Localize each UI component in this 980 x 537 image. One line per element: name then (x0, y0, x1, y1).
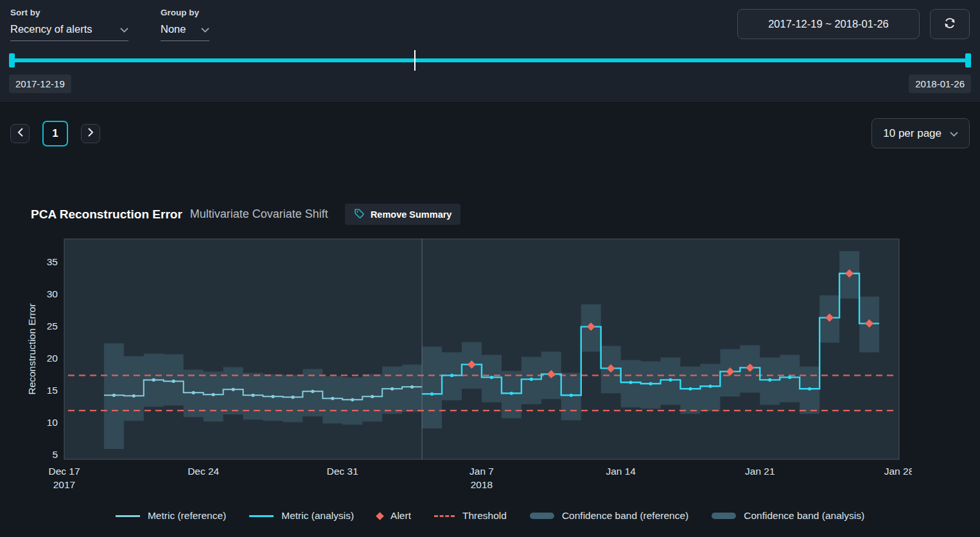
chevron-right-icon (88, 128, 94, 139)
svg-text:Dec 24: Dec 24 (188, 466, 219, 477)
confidence-band-reference-swatch (530, 513, 554, 519)
legend-item-confidence-band-reference[interactable]: Confidence band (reference) (530, 510, 688, 522)
legend-label: Confidence band (reference) (562, 510, 688, 522)
per-page-value: 10 per page (883, 127, 941, 140)
slider-end-label: 2018-01-26 (909, 75, 971, 93)
legend-label: Metric (reference) (148, 510, 226, 522)
legend-label: Metric (analysis) (281, 510, 354, 522)
svg-text:Jan 28: Jan 28 (884, 466, 912, 477)
svg-text:35: 35 (47, 256, 58, 267)
svg-text:2018: 2018 (471, 479, 493, 490)
slider-start-label: 2017-12-19 (9, 75, 71, 93)
sort-by-select[interactable]: Sort by Recency of alerts (10, 8, 128, 41)
slider-divider-marker (414, 50, 416, 71)
metric-analysis-line-swatch (249, 515, 274, 517)
toolbar-right-controls: 2017-12-19 ~ 2018-01-26 (737, 9, 970, 39)
remove-summary-button[interactable]: Remove Summary (345, 204, 461, 225)
legend-item-alert[interactable]: Alert (377, 510, 411, 522)
legend-item-metric-analysis[interactable]: Metric (analysis) (249, 510, 354, 522)
group-by-value: None (161, 23, 186, 35)
group-by-select[interactable]: Group by None (161, 8, 209, 41)
tag-icon (354, 208, 365, 221)
chart-subtitle: Multivariate Covariate Shift (190, 207, 328, 221)
chevron-down-icon (950, 127, 958, 140)
per-page-select[interactable]: 10 per page (871, 118, 970, 148)
toolbar-controls-row: Sort by Recency of alerts Group by None … (0, 6, 980, 41)
previous-page-button[interactable] (10, 124, 30, 143)
metric-step-chart[interactable]: 5101520253035Dec 172017Dec 24Dec 31Jan 7… (26, 235, 912, 492)
alert-diamond-swatch (376, 512, 384, 520)
pagination: 1 10 per page (0, 103, 980, 148)
refresh-button[interactable] (930, 9, 970, 39)
chevron-left-icon (17, 128, 23, 139)
svg-text:2017: 2017 (53, 479, 75, 490)
svg-text:25: 25 (47, 321, 58, 331)
chart-legend: Metric (reference) Metric (analysis) Ale… (0, 510, 980, 522)
legend-item-metric-reference[interactable]: Metric (reference) (116, 510, 226, 522)
confidence-band-analysis-swatch (712, 513, 736, 519)
page-number-button[interactable]: 1 (42, 121, 68, 146)
slider-handle-start[interactable] (9, 53, 15, 67)
svg-text:Jan 7: Jan 7 (469, 466, 494, 477)
chart-title: PCA Reconstruction Error (31, 207, 182, 222)
legend-label: Alert (390, 510, 411, 522)
slider-track[interactable] (9, 58, 971, 62)
svg-text:5: 5 (52, 449, 58, 460)
slider-labels: 2017-12-19 2018-01-26 (0, 75, 980, 93)
svg-text:10: 10 (47, 417, 58, 428)
chart-header: PCA Reconstruction Error Multivariate Co… (31, 204, 980, 225)
main-content: 1 10 per page PCA Reconstruction Error M… (0, 103, 980, 522)
date-range-slider (0, 53, 980, 68)
chevron-down-icon (120, 24, 128, 35)
remove-summary-label: Remove Summary (371, 209, 452, 220)
group-by-value-row[interactable]: None (161, 23, 209, 41)
svg-text:Dec 31: Dec 31 (327, 466, 358, 477)
svg-text:Reconstruction Error: Reconstruction Error (26, 303, 37, 394)
svg-text:20: 20 (47, 353, 58, 364)
legend-label: Threshold (462, 510, 507, 522)
legend-item-confidence-band-analysis[interactable]: Confidence band (analysis) (712, 510, 864, 522)
date-range-value: 2017-12-19 ~ 2018-01-26 (768, 18, 889, 30)
legend-label: Confidence band (analysis) (744, 510, 864, 522)
svg-text:Dec 17: Dec 17 (48, 466, 80, 477)
refresh-icon (943, 16, 957, 32)
sort-by-label: Sort by (10, 8, 128, 17)
chevron-down-icon (201, 24, 209, 35)
svg-text:Jan 14: Jan 14 (606, 466, 636, 477)
slider-handle-end[interactable] (965, 53, 971, 67)
svg-text:15: 15 (47, 385, 58, 396)
svg-text:30: 30 (47, 288, 58, 299)
legend-item-threshold[interactable]: Threshold (434, 510, 507, 522)
threshold-dash-swatch (434, 515, 455, 517)
sort-by-value-row[interactable]: Recency of alerts (10, 23, 128, 41)
sort-by-value: Recency of alerts (10, 23, 92, 35)
next-page-button[interactable] (81, 124, 100, 143)
chart-plot-area[interactable]: 5101520253035Dec 172017Dec 24Dec 31Jan 7… (26, 235, 980, 495)
svg-text:Jan 21: Jan 21 (745, 466, 775, 477)
date-range-input[interactable]: 2017-12-19 ~ 2018-01-26 (737, 9, 920, 39)
metric-reference-line-swatch (116, 515, 140, 517)
group-by-label: Group by (161, 8, 209, 17)
toolbar: Sort by Recency of alerts Group by None … (0, 0, 980, 103)
